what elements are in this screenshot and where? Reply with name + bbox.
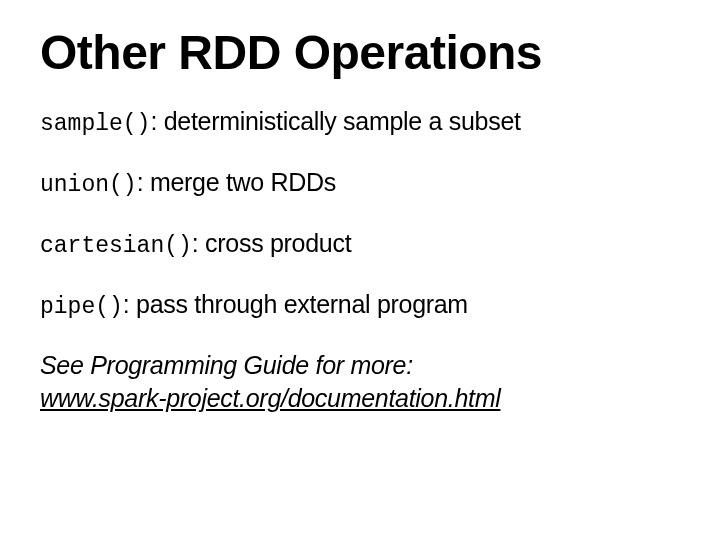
operation-desc: : merge two RDDs bbox=[137, 168, 336, 196]
operation-desc: : pass through external program bbox=[123, 290, 468, 318]
operation-cartesian: cartesian(): cross product bbox=[40, 228, 680, 261]
operation-name: pipe() bbox=[40, 294, 123, 320]
slide: Other RDD Operations sample(): determini… bbox=[0, 0, 720, 540]
operation-name: sample() bbox=[40, 111, 150, 137]
operation-sample: sample(): deterministically sample a sub… bbox=[40, 106, 680, 139]
footer-lead: See Programming Guide for more: bbox=[40, 351, 413, 379]
operation-name: cartesian() bbox=[40, 233, 192, 259]
operation-desc: : deterministically sample a subset bbox=[150, 107, 520, 135]
operation-name: union() bbox=[40, 172, 137, 198]
documentation-link[interactable]: www.spark-project.org/documentation.html bbox=[40, 384, 500, 412]
footer-note: See Programming Guide for more: www.spar… bbox=[40, 349, 680, 414]
slide-title: Other RDD Operations bbox=[40, 28, 680, 78]
operation-desc: : cross product bbox=[192, 229, 351, 257]
operation-union: union(): merge two RDDs bbox=[40, 167, 680, 200]
operation-pipe: pipe(): pass through external program bbox=[40, 289, 680, 322]
